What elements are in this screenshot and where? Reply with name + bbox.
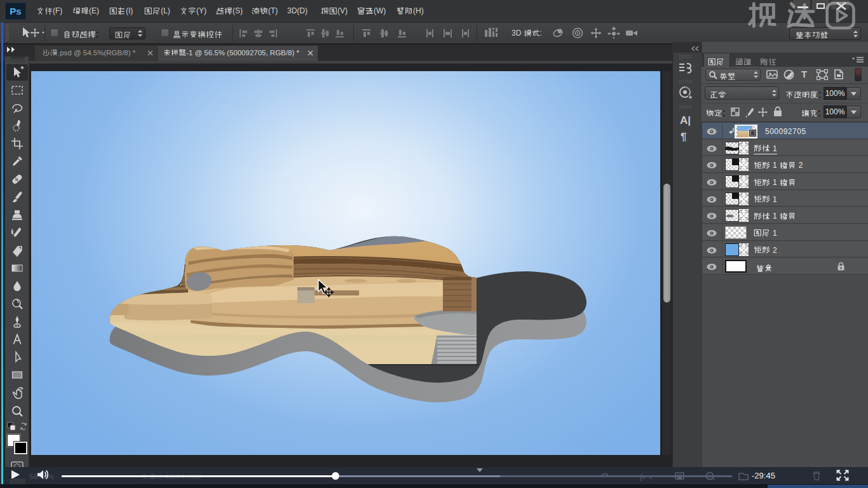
svg-text:fx: fx: [640, 472, 646, 481]
